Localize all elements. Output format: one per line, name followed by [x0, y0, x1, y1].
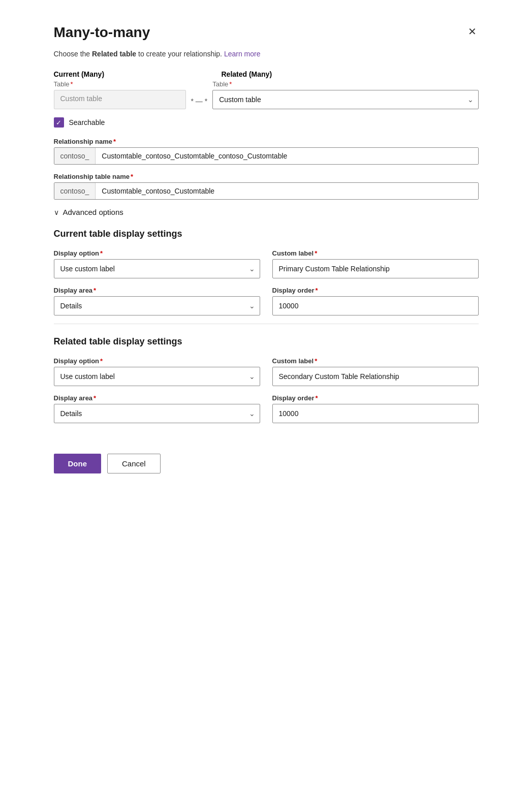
section-divider [54, 324, 479, 324]
current-custom-label-label: Custom label* [272, 249, 479, 257]
relationship-table-name-input-wrapper: contoso_ [54, 182, 479, 200]
related-display-option-group: Display option* Use custom label ⌄ [54, 357, 260, 386]
related-display-option-select-wrapper: Use custom label ⌄ [54, 367, 260, 386]
related-display-order-label: Display order* [272, 394, 479, 402]
relationship-name-label: Relationship name* [54, 138, 479, 145]
current-display-order-input[interactable] [272, 296, 479, 315]
related-display-option-row: Display option* Use custom label ⌄ Custo… [54, 357, 479, 386]
checkmark-icon: ✓ [56, 119, 61, 126]
intro-text-after: to create your relationship. [136, 50, 222, 58]
relationship-table-name-group: Relationship table name* contoso_ [54, 173, 479, 200]
current-display-area-label: Display area* [54, 287, 260, 294]
relationship-table-name-prefix: contoso_ [54, 183, 96, 199]
related-display-option-label: Display option* [54, 357, 260, 365]
relationship-table-name-label: Relationship table name* [54, 173, 479, 180]
related-display-area-select[interactable]: Details [54, 404, 260, 423]
current-custom-label-input[interactable] [272, 259, 479, 278]
many-to-many-dialog: Many-to-many ✕ Choose the Related table … [38, 10, 495, 490]
current-table-group: Table* Custom table [54, 80, 186, 109]
rel-name-required: * [113, 138, 116, 145]
current-display-order-group: Display order* [272, 287, 479, 315]
current-display-option-group: Display option* Use custom label ⌄ [54, 249, 260, 278]
relationship-name-group: Relationship name* contoso_ [54, 138, 479, 165]
related-table-label: Table* [212, 80, 478, 88]
advanced-options-label: Advanced options [63, 208, 123, 216]
related-table-select-wrapper: Custom table ⌄ [212, 90, 478, 109]
intro-bold: Related table [92, 50, 136, 58]
related-table-select[interactable]: Custom table [212, 90, 478, 109]
table-connector: * — * [191, 97, 208, 109]
advanced-options-toggle[interactable]: ∨ Advanced options [54, 208, 123, 216]
related-display-section-title: Related table display settings [54, 336, 479, 347]
current-table-required: * [71, 80, 73, 88]
current-table-label: Table* [54, 80, 186, 88]
current-table-display-section: Current table display settings Display o… [54, 229, 479, 315]
current-display-option-label: Display option* [54, 249, 260, 257]
related-table-group: Table* Custom table ⌄ [212, 80, 478, 109]
current-display-area-select[interactable]: Details [54, 296, 260, 315]
related-many-header: Related (Many) [222, 70, 479, 78]
related-custom-label-input[interactable] [272, 367, 479, 386]
relationship-table-name-input[interactable] [96, 183, 478, 199]
close-button[interactable]: ✕ [466, 24, 479, 39]
related-display-area-group: Display area* Details ⌄ [54, 394, 260, 423]
dialog-title: Many-to-many [54, 24, 150, 41]
current-table-input: Custom table [54, 90, 186, 109]
intro-text-before: Choose the [54, 50, 92, 58]
related-display-area-select-wrapper: Details ⌄ [54, 404, 260, 423]
related-table-required: * [229, 80, 232, 88]
current-display-section-title: Current table display settings [54, 229, 479, 239]
current-many-header: Current (Many) [54, 70, 186, 78]
table-column-headers: Current (Many) Related (Many) [54, 70, 479, 78]
tables-section: Table* Custom table * — * Table* Custom … [54, 80, 479, 109]
chevron-down-icon: ∨ [54, 208, 59, 216]
relationship-name-input[interactable] [96, 148, 478, 164]
current-display-option-select-wrapper: Use custom label ⌄ [54, 259, 260, 278]
current-display-option-select[interactable]: Use custom label [54, 259, 260, 278]
current-display-area-group: Display area* Details ⌄ [54, 287, 260, 315]
relationship-name-input-wrapper: contoso_ [54, 147, 479, 165]
related-display-area-row: Display area* Details ⌄ Display order* [54, 394, 479, 423]
cancel-button[interactable]: Cancel [107, 454, 161, 473]
intro-text: Choose the Related table to create your … [54, 50, 479, 58]
current-display-area-row: Display area* Details ⌄ Display order* [54, 287, 479, 315]
related-table-display-section: Related table display settings Display o… [54, 336, 479, 423]
current-display-area-select-wrapper: Details ⌄ [54, 296, 260, 315]
related-custom-label-group: Custom label* [272, 357, 479, 386]
related-display-order-group: Display order* [272, 394, 479, 423]
searchable-row: ✓ Searchable [54, 117, 479, 128]
related-display-area-label: Display area* [54, 394, 260, 402]
searchable-checkbox[interactable]: ✓ [54, 117, 64, 128]
learn-more-link[interactable]: Learn more [224, 50, 261, 58]
related-display-option-select[interactable]: Use custom label [54, 367, 260, 386]
related-custom-label-label: Custom label* [272, 357, 479, 365]
rel-table-required: * [131, 173, 133, 180]
current-display-option-row: Display option* Use custom label ⌄ Custo… [54, 249, 479, 278]
current-display-order-label: Display order* [272, 287, 479, 294]
related-display-order-input[interactable] [272, 404, 479, 423]
current-custom-label-group: Custom label* [272, 249, 479, 278]
dialog-header: Many-to-many ✕ [54, 24, 479, 41]
searchable-label[interactable]: Searchable [69, 118, 105, 126]
dialog-footer: Done Cancel [54, 444, 479, 473]
relationship-name-prefix: contoso_ [54, 148, 96, 164]
done-button[interactable]: Done [54, 454, 102, 473]
